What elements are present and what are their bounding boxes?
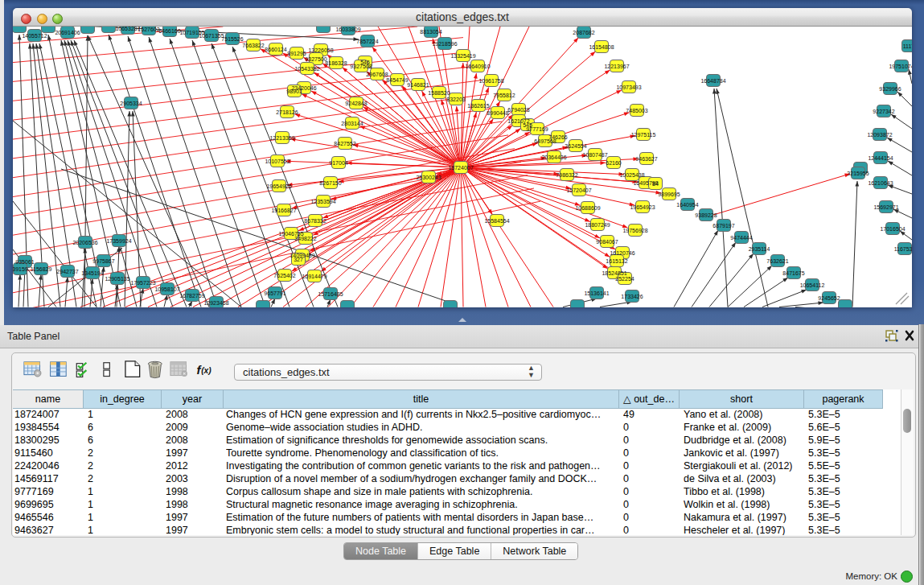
svg-text:8813054: 8813054	[420, 29, 441, 35]
svg-text:3498222: 3498222	[294, 236, 316, 241]
svg-text:3624554: 3624554	[565, 143, 586, 149]
svg-text:20206536: 20206536	[72, 240, 97, 245]
svg-text:1527602: 1527602	[138, 27, 159, 32]
svg-text:16120746: 16120746	[610, 250, 634, 256]
svg-text:20691406: 20691406	[55, 30, 80, 35]
svg-text:1733426: 1733426	[621, 294, 643, 299]
svg-text:9463627: 9463627	[635, 156, 657, 162]
svg-text:2718126: 2718126	[276, 109, 298, 115]
svg-text:7625402: 7625402	[273, 273, 295, 278]
svg-text:10688609: 10688609	[575, 205, 600, 211]
svg-text:12093872: 12093872	[867, 132, 892, 138]
svg-text:62160: 62160	[606, 160, 622, 166]
svg-text:20364436: 20364436	[541, 154, 566, 160]
svg-text:9899695: 9899695	[658, 192, 680, 197]
svg-text:10807487: 10807487	[582, 152, 607, 158]
svg-text:16782759: 16782759	[179, 293, 204, 299]
svg-text:6466160: 6466160	[158, 28, 180, 34]
svg-text:9975867: 9975867	[92, 258, 114, 264]
svg-text:7515526: 7515526	[221, 36, 243, 42]
svg-text:2803144: 2803144	[341, 121, 363, 126]
svg-text:10025438: 10025438	[619, 172, 644, 178]
svg-text:2935114: 2935114	[749, 246, 770, 252]
svg-text:1588520: 1588520	[428, 90, 450, 96]
svg-text:8186328: 8186328	[325, 60, 347, 66]
svg-text:18807249: 18807249	[585, 222, 610, 228]
svg-text:25300243: 25300243	[416, 175, 441, 180]
svg-text:7857224: 7857224	[356, 39, 378, 44]
svg-text:13226058: 13226058	[308, 47, 333, 53]
svg-text:15716485: 15716485	[318, 291, 343, 297]
svg-text:1362615: 1362615	[467, 103, 489, 109]
svg-text:16640910: 16640910	[465, 64, 490, 69]
svg-text:18524851: 18524851	[602, 270, 626, 276]
svg-text:17359924: 17359924	[106, 238, 131, 244]
svg-text:9084067: 9084067	[596, 239, 618, 245]
svg-text:832203: 832203	[446, 97, 465, 102]
svg-text:19654923: 19654923	[630, 204, 655, 210]
svg-text:327: 327	[294, 257, 303, 262]
svg-text:9146821: 9146821	[407, 82, 429, 88]
svg-text:16154808: 16154808	[589, 44, 614, 50]
svg-text:1117: 1117	[903, 43, 912, 49]
svg-text:13325419: 13325419	[450, 53, 475, 59]
svg-text:917004: 917004	[329, 160, 347, 166]
svg-text:12213369: 12213369	[269, 135, 294, 141]
svg-text:16648784: 16648784	[700, 78, 725, 84]
svg-text:19751074: 19751074	[889, 64, 912, 69]
svg-text:16210643: 16210643	[868, 180, 893, 186]
svg-text:10543382: 10543382	[294, 66, 319, 72]
svg-text:2087682: 2087682	[573, 30, 594, 35]
svg-text:9227342: 9227342	[873, 109, 894, 114]
svg-text:9389228: 9389228	[695, 212, 717, 218]
svg-text:17957223: 17957223	[130, 280, 155, 286]
svg-text:12905135: 12905135	[105, 276, 129, 282]
svg-text:8660124: 8660124	[265, 47, 286, 52]
svg-text:17016504: 17016504	[880, 226, 905, 232]
svg-text:7986322: 7986322	[556, 172, 577, 178]
svg-text:19654925: 19654925	[266, 183, 291, 189]
svg-text:10958107: 10958107	[154, 286, 179, 292]
svg-text:9777169: 9777169	[526, 126, 548, 132]
svg-text:252254: 252254	[615, 276, 634, 282]
svg-text:8454749: 8454749	[386, 77, 408, 83]
svg-text:935061: 935061	[15, 259, 34, 265]
svg-text:9245652: 9245652	[818, 295, 840, 301]
svg-text:7485003: 7485003	[626, 108, 647, 113]
svg-text:10671355: 10671355	[199, 33, 224, 39]
svg-text:891295: 891295	[287, 51, 306, 56]
svg-text:10107552: 10107552	[265, 159, 290, 164]
svg-text:10961758: 10961758	[478, 78, 503, 84]
svg-text:12923468: 12923468	[203, 300, 228, 306]
svg-text:19166827: 19166827	[271, 208, 296, 213]
svg-text:1345194: 1345194	[81, 270, 103, 276]
svg-text:18724007: 18724007	[448, 165, 473, 171]
svg-text:1640954: 1640954	[676, 202, 698, 208]
svg-text:2967608: 2967608	[366, 72, 388, 77]
svg-text:(x): (x)	[201, 366, 211, 375]
svg-text:7632621: 7632621	[766, 258, 788, 264]
svg-text:9474444: 9474444	[730, 235, 752, 241]
svg-text:12213967: 12213967	[604, 64, 629, 69]
svg-text:2942737: 2942737	[56, 269, 78, 274]
svg-text:9327500: 9327500	[305, 56, 326, 62]
svg-text:15584554: 15584554	[484, 218, 509, 224]
svg-text:84: 84	[652, 181, 659, 187]
svg-text:15692971: 15692971	[873, 204, 898, 210]
svg-text:746266: 746266	[548, 134, 567, 140]
svg-text:10973493: 10973493	[616, 84, 641, 90]
svg-text:15720407: 15720407	[566, 187, 591, 193]
svg-text:6879197: 6879197	[713, 223, 734, 229]
svg-text:19218596: 19218596	[432, 41, 457, 47]
svg-text:8427552: 8427552	[334, 141, 355, 146]
svg-text:3215955: 3215955	[847, 171, 869, 176]
svg-text:1615132: 1615132	[606, 258, 627, 264]
svg-text:16033809: 16033809	[335, 27, 360, 32]
svg-text:15136141: 15136141	[584, 290, 609, 296]
svg-text:1167533: 1167533	[894, 246, 912, 252]
svg-text:14055712: 14055712	[22, 33, 47, 39]
svg-text:8267150: 8267150	[319, 180, 341, 186]
svg-text:7955812: 7955812	[493, 93, 515, 98]
svg-text:1156829: 1156829	[31, 266, 52, 272]
svg-text:98901: 98901	[286, 89, 302, 94]
